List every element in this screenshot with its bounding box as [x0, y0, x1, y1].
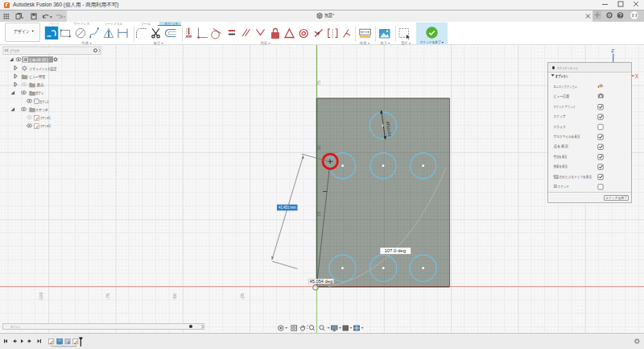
svg-text:スライス: スライス [554, 125, 567, 129]
svg-text:(未保存): (未保存) [30, 58, 49, 62]
svg-text:コメント: コメント [10, 325, 21, 329]
svg-text:スケッチを終了: スケッチを終了 [605, 196, 627, 200]
svg-text:投影されたジオメトリを表示: 投影されたジオメトリを表示 [554, 174, 592, 180]
svg-text:-100: -100 [39, 292, 43, 301]
svg-text:ボディ: ボディ [35, 91, 43, 96]
svg-text:スケッチ2: スケッチ2 [40, 124, 51, 128]
svg-text:プロファイルを表示: プロファイルを表示 [554, 135, 580, 139]
svg-text:スケッチ グリッド: スケッチ グリッド [554, 105, 576, 109]
svg-text:X: X [635, 73, 639, 79]
svg-text:点を表示: 点を表示 [554, 144, 569, 148]
svg-text:スナップ: スナップ [554, 114, 566, 118]
svg-text:41.451 mm: 41.451 mm [279, 206, 296, 210]
svg-text:無題*: 無題* [324, 11, 335, 18]
svg-text:コンストラクション: コンストラクション [554, 85, 578, 89]
svg-text:-50: -50 [172, 293, 177, 300]
svg-text:45.054 deg: 45.054 deg [310, 280, 333, 284]
svg-text:ボディ1: ボディ1 [39, 100, 49, 105]
svg-text:▾: ▾ [442, 40, 444, 44]
svg-text:デザイン: デザイン [14, 29, 30, 34]
svg-text:スケッチを終了: スケッチを終了 [420, 40, 441, 44]
svg-text:-25: -25 [240, 293, 245, 300]
svg-text:75: 75 [316, 81, 321, 85]
svg-text:ビュー正面: ビュー正面 [554, 93, 570, 99]
svg-text:3D スケッチ: 3D スケッチ [554, 185, 570, 189]
svg-text:ブラウザ: ブラウザ [10, 48, 19, 53]
svg-text:ドキュメントの設定: ドキュメントの設定 [30, 66, 57, 72]
svg-text:107.0 deg: 107.0 deg [385, 249, 407, 253]
svg-text:スケッチ: スケッチ [35, 108, 48, 112]
svg-text:拘束を表示: 拘束を表示 [554, 164, 568, 169]
svg-text:スケッチ1: スケッチ1 [40, 116, 51, 120]
svg-text:-75: -75 [105, 293, 110, 300]
svg-text:Z: Z [611, 48, 614, 53]
svg-text:50: 50 [316, 145, 321, 150]
svg-text:原点: 原点 [37, 82, 44, 87]
svg-text:ビュー管理: ビュー管理 [29, 74, 45, 80]
svg-text:▾: ▾ [32, 29, 35, 33]
svg-text:25: 25 [316, 211, 321, 216]
svg-text:寸法を表示: 寸法を表示 [554, 155, 568, 159]
